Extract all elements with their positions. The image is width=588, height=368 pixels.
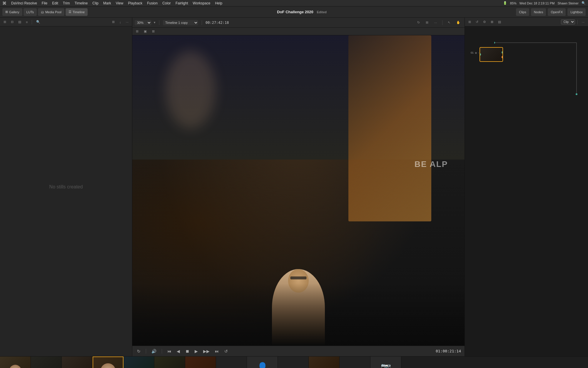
menu-color[interactable]: Color	[162, 1, 171, 5]
battery-level: 85%	[510, 1, 517, 5]
playback-bar: ↻ 🔊 ⏮ ◀ ⏹ ▶ ▶▶ ⏭ ↺ 01:00:21:14	[132, 346, 465, 356]
viewer-icon-1[interactable]: ⊞	[134, 29, 140, 34]
menu-trim[interactable]: Trim	[63, 1, 70, 5]
menu-fusion[interactable]: Fusion	[147, 1, 158, 5]
goto-end-btn[interactable]: ⏭	[214, 348, 220, 354]
menu-file[interactable]: File	[42, 1, 47, 5]
tab-gallery[interactable]: ⊞ Gallery	[2, 8, 22, 16]
clip-item-12[interactable]: 12 00:00:00:00 V3	[340, 357, 370, 368]
menu-workspace[interactable]: Workspace	[193, 1, 211, 5]
clip-item-05[interactable]: 05 00:27:57:03 V1 ⊙ H.264	[123, 357, 154, 368]
node-01-container: 01 ▣ ○	[471, 35, 494, 54]
loop-toggle-btn[interactable]: ↻	[136, 348, 142, 354]
loop-btn2[interactable]: ↺	[223, 348, 229, 354]
prev-frame-btn[interactable]: ◀	[176, 348, 181, 354]
tab-openfx[interactable]: OpenFX	[548, 8, 566, 16]
separator	[32, 20, 32, 24]
media-pool-icon: 🗂	[41, 10, 44, 14]
goto-start-btn[interactable]: ⏮	[166, 348, 173, 354]
viewer-panel: 30%50%100% ▾ Timeline 1 copy 00:27:42:18…	[132, 18, 465, 356]
clip-thumb-13: 📷	[370, 357, 401, 368]
search-icon[interactable]: 🔍	[582, 1, 586, 5]
menu-playback[interactable]: Playback	[128, 1, 142, 5]
main-area: ⊞ ⊟ ▤ ≡ 🔍 ⊞ ↓ ··· No stills created 30%5…	[0, 18, 588, 356]
viewer-icon-2[interactable]: ▣	[142, 29, 148, 34]
clip-thumb-04	[93, 357, 123, 368]
zoom-select[interactable]: 30%50%100%	[135, 20, 151, 25]
clip-item-13[interactable]: 📷 13 00:00:00:00 V4 ▸ PNG	[370, 357, 401, 368]
clip-item-07[interactable]: 07 00:34:56:01 V1 ⊙ H.264	[185, 357, 216, 368]
clip-strip: 01 00:17:06:06 V1 ⊙ H.264 02 00:17:16:03…	[0, 356, 588, 368]
node-btn-2[interactable]: ↺	[474, 19, 480, 24]
cursor-btn[interactable]: ↖	[446, 20, 452, 25]
clip-item-10[interactable]: 10 00:00:03:08 V3	[278, 357, 309, 368]
project-title: DoF Challenge 2020 Edited	[89, 10, 515, 14]
menu-app[interactable]: DaVinci Resolve	[11, 1, 37, 5]
fullscreen-btn[interactable]: ⊞	[424, 20, 430, 25]
tab-nodes[interactable]: Nodes	[531, 8, 546, 16]
sep2	[162, 349, 162, 354]
stop-btn[interactable]: ⏹	[184, 348, 191, 354]
menu-view[interactable]: View	[116, 1, 123, 5]
clip-item-02[interactable]: 02 00:17:16:03 V1 ⊙ H.264	[31, 357, 62, 368]
viewer-icon-row: ⊞ ▣ ⊠	[132, 28, 465, 35]
loop-btn[interactable]: ↻	[415, 20, 422, 25]
hand-btn[interactable]: ✋	[455, 20, 462, 25]
tab-luts[interactable]: LUTs	[24, 8, 37, 16]
clip-select[interactable]: Clip	[561, 19, 575, 24]
gallery-sub-btn-6[interactable]: ⊞	[110, 19, 116, 24]
dropdown-icon: ▾	[154, 21, 156, 24]
clip-item-04[interactable]: 04 00:27:40:06 V1 ⊙ H.264	[93, 357, 123, 368]
no-stills-message: No stills created	[49, 184, 83, 190]
gallery-sub-btn-8[interactable]: ···	[124, 20, 130, 24]
tab-media-pool[interactable]: 🗂 Media Pool	[38, 8, 64, 16]
menu-timeline[interactable]: Timeline	[74, 1, 88, 5]
tab-timeline[interactable]: ☰ Timeline	[66, 8, 88, 16]
menu-bar: ⌘ DaVinci Resolve File Edit Trim Timelin…	[0, 0, 588, 6]
timeline-icon: ☰	[69, 10, 71, 14]
menu-fairlight[interactable]: Fairlight	[176, 1, 188, 5]
tab-lightbox[interactable]: Lightbox	[567, 8, 586, 16]
battery-icon: 🔋	[503, 1, 507, 5]
gallery-sub-btn-1[interactable]: ⊞	[2, 19, 8, 24]
menu-mark[interactable]: Mark	[103, 1, 111, 5]
menu-clip[interactable]: Clip	[92, 1, 98, 5]
menu-edit[interactable]: Edit	[52, 1, 58, 5]
gallery-sub-btn-7[interactable]: ↓	[118, 20, 123, 24]
node-btn-4[interactable]: ⊠	[489, 19, 495, 24]
viewer-icon-3[interactable]: ⊠	[150, 29, 156, 34]
node-btn-5[interactable]: ▤	[496, 19, 503, 24]
node-btn-1[interactable]: ⊞	[467, 19, 473, 24]
next-frame-btn[interactable]: ▶▶	[202, 348, 211, 354]
vol-btn[interactable]: 🔊	[150, 348, 158, 354]
clip-item-03[interactable]: 03 00:27:36:21 V1 ⊙ H.264	[62, 357, 93, 368]
clip-item-01[interactable]: 01 00:17:06:06 V1 ⊙ H.264	[0, 357, 31, 368]
menu-help[interactable]: Help	[215, 1, 222, 5]
gallery-sub-btn-5[interactable]: 🔍	[34, 19, 42, 24]
node-connector-svg	[494, 41, 582, 100]
node-toolbar: ⊞ ↺ ⚙ ⊠ ▤ Clip ···	[465, 18, 588, 26]
clip-item-11[interactable]: 11 00:36:08:09 V3 ⊙ H.264	[309, 357, 340, 368]
gallery-sub-btn-3[interactable]: ▤	[16, 19, 23, 24]
node-more-btn[interactable]: ···	[580, 20, 586, 24]
gallery-sub-btn-4[interactable]: ≡	[24, 20, 29, 24]
gallery-sub-btn-2[interactable]: ⊟	[9, 19, 15, 24]
tab-clips[interactable]: Clips	[516, 8, 529, 16]
play-btn[interactable]: ▶	[193, 348, 199, 354]
preview-toolbar: 30%50%100% ▾ Timeline 1 copy 00:27:42:18…	[132, 18, 465, 28]
apple-logo-icon[interactable]: ⌘	[2, 1, 6, 6]
clip-thumb-01	[0, 357, 31, 368]
more-btn[interactable]: ···	[432, 20, 439, 25]
node-editor-panel: ⊞ ↺ ⚙ ⊠ ▤ Clip ···	[465, 18, 588, 356]
node-btn-3[interactable]: ⚙	[481, 19, 488, 24]
timeline-copy-select[interactable]: Timeline 1 copy	[163, 20, 198, 25]
gallery-icon: ⊞	[5, 10, 8, 14]
sep3	[442, 20, 442, 25]
clip-thumb-09: 👤	[247, 357, 278, 368]
clip-item-08[interactable]: 08 00:00:00:00 V3	[216, 357, 247, 368]
video-preview: BE ALP	[132, 35, 465, 346]
clip-item-06[interactable]: 06 00:32:34:03 V1 ⊙ H.264	[154, 357, 185, 368]
clip-thumb-12	[340, 357, 370, 368]
clip-item-09[interactable]: 👤 09 00:00:00:00 V4 ▸ PNG	[247, 357, 278, 368]
sep2	[202, 20, 202, 25]
